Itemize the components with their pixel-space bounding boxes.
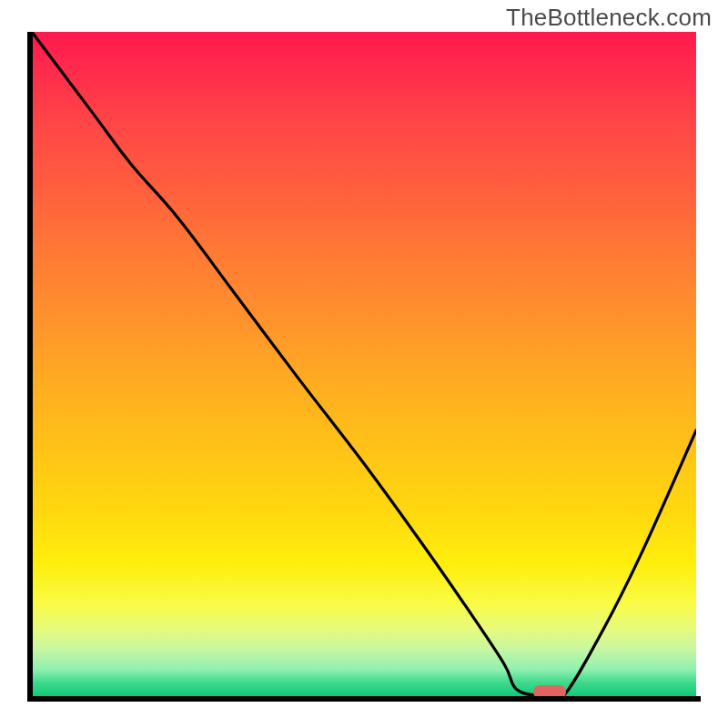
y-axis	[27, 32, 33, 701]
chart-container: TheBottleneck.com	[0, 0, 728, 728]
x-axis	[27, 696, 701, 702]
plot-area	[32, 32, 696, 696]
bottleneck-curve	[32, 32, 696, 696]
watermark-label: TheBottleneck.com	[506, 4, 712, 32]
